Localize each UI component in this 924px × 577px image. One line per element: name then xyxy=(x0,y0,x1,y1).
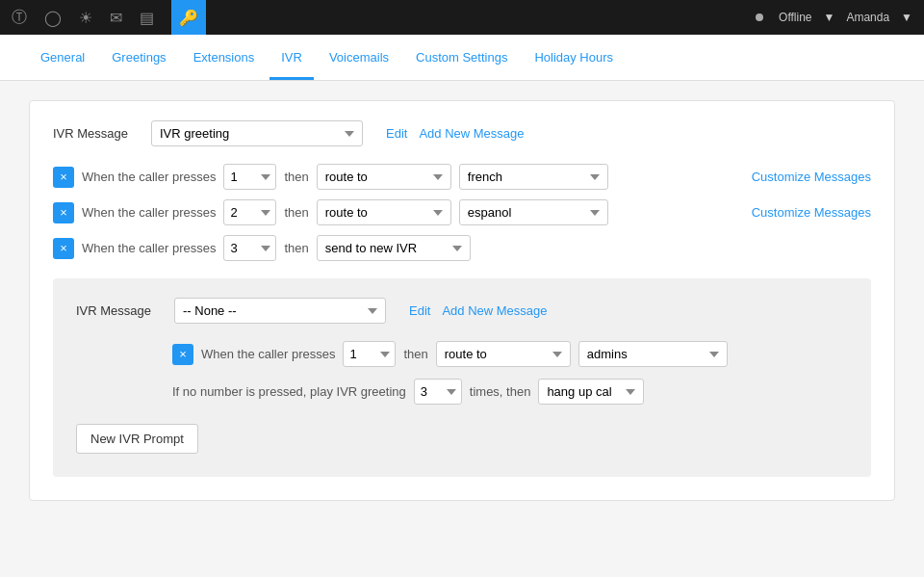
tab-extensions[interactable]: Extensions xyxy=(182,35,267,80)
status-text: Offline xyxy=(779,11,811,24)
main-content: IVR Message IVR greeting Edit Add New Me… xyxy=(0,81,924,520)
times-then-text: times, then xyxy=(470,384,531,399)
customize-link-2[interactable]: Customize Messages xyxy=(752,205,871,220)
user-arrow: ▼ xyxy=(901,11,912,24)
rule-3-prefix: When the caller presses xyxy=(82,241,216,255)
rule-3-number-select[interactable]: 123 xyxy=(223,235,276,261)
ivr-message-label-2: IVR Message xyxy=(76,303,163,318)
rule-row-1: × When the caller presses 12345 67890 th… xyxy=(53,164,871,190)
ivr-card-1: IVR Message IVR greeting Edit Add New Me… xyxy=(29,100,895,501)
clock-icon[interactable]: ◯ xyxy=(44,9,62,27)
nested-rule-1-number-select[interactable]: 123 xyxy=(343,341,396,367)
edit-link-2[interactable]: Edit xyxy=(409,303,430,318)
tab-custom-settings[interactable]: Custom Settings xyxy=(404,35,519,80)
rule-2-dest-select[interactable]: frenchespanoladmins xyxy=(459,199,608,225)
remove-rule-3-button[interactable]: × xyxy=(53,238,74,259)
rule-1-action-select[interactable]: route tosend to new IVRhang up xyxy=(317,164,451,190)
edit-link-1[interactable]: Edit xyxy=(386,126,407,141)
topbar: Ⓣ ◯ ☀ ✉ ▤ 🔑 Offline ▼ Amanda ▼ xyxy=(0,0,924,35)
remove-nested-rule-1-button[interactable]: × xyxy=(172,344,193,365)
rule-row-3: × When the caller presses 123 then route… xyxy=(53,235,871,261)
user-name: Amanda xyxy=(846,11,889,24)
times-select[interactable]: 12345 xyxy=(414,379,462,405)
hangup-select[interactable]: hang up calhang upvoicemail xyxy=(538,379,644,405)
tab-ivr[interactable]: IVR xyxy=(270,35,314,80)
rule-row-2: × When the caller presses 123 then route… xyxy=(53,199,871,225)
tab-voicemails[interactable]: Voicemails xyxy=(318,35,400,80)
status-arrow: ▼ xyxy=(824,11,835,24)
status-dot xyxy=(756,13,763,21)
tabs-bar: General Greetings Extensions IVR Voicema… xyxy=(0,35,924,81)
rule-2-prefix: When the caller presses xyxy=(82,205,216,220)
rule-1-dest-select[interactable]: frenchespanoladmins xyxy=(459,164,608,190)
ivr-message-row-1: IVR Message IVR greeting Edit Add New Me… xyxy=(53,120,871,146)
ivr-message-row-2: IVR Message -- None -- Edit Add New Mess… xyxy=(76,298,848,324)
ivr-message-label-1: IVR Message xyxy=(53,126,140,141)
ivr-greeting-select-1[interactable]: IVR greeting xyxy=(151,120,363,146)
rule-1-number-select[interactable]: 12345 67890 xyxy=(223,164,276,190)
tab-greetings[interactable]: Greetings xyxy=(100,35,177,80)
rule-2-action-select[interactable]: route tosend to new IVR xyxy=(317,199,451,225)
rule-2-number-select[interactable]: 123 xyxy=(223,199,276,225)
nested-rule-1-dest-select[interactable]: admins xyxy=(578,341,728,367)
rule-2-then: then xyxy=(284,205,308,220)
user-icon[interactable]: ☀ xyxy=(79,9,92,27)
rule-1-prefix: When the caller presses xyxy=(82,170,216,184)
nested-rule-1-prefix: When the caller presses xyxy=(201,347,335,361)
bar-chart-icon[interactable]: ▤ xyxy=(140,9,154,27)
at-sign-icon[interactable]: Ⓣ xyxy=(12,8,27,28)
rule-3-then: then xyxy=(284,241,308,255)
key-icon[interactable]: 🔑 xyxy=(171,0,206,35)
tab-holiday-hours[interactable]: Holiday Hours xyxy=(523,35,625,80)
no-press-text: If no number is pressed, play IVR greeti… xyxy=(172,384,406,399)
mail-icon[interactable]: ✉ xyxy=(110,9,122,27)
topbar-right: Offline ▼ Amanda ▼ xyxy=(756,11,912,24)
add-new-link-2[interactable]: Add New Message xyxy=(442,303,547,318)
no-press-row: If no number is pressed, play IVR greeti… xyxy=(172,379,848,405)
rule-1-then: then xyxy=(284,170,308,184)
ivr-greeting-select-2[interactable]: -- None -- xyxy=(174,298,386,324)
tab-general[interactable]: General xyxy=(29,35,96,80)
nested-rule-row-1: × When the caller presses 123 then route… xyxy=(76,341,848,367)
nested-rule-1-then: then xyxy=(403,347,427,361)
add-new-link-1[interactable]: Add New Message xyxy=(419,126,524,141)
nested-ivr-section: IVR Message -- None -- Edit Add New Mess… xyxy=(53,278,871,477)
remove-rule-2-button[interactable]: × xyxy=(53,202,74,223)
rule-3-action-select[interactable]: route tosend to new IVR xyxy=(317,235,471,261)
topbar-left: Ⓣ ◯ ☀ ✉ ▤ 🔑 xyxy=(12,0,206,35)
customize-link-1[interactable]: Customize Messages xyxy=(752,170,871,184)
new-ivr-prompt-button[interactable]: New IVR Prompt xyxy=(76,424,198,454)
nested-rule-1-action-select[interactable]: route tosend to new IVR xyxy=(436,341,571,367)
remove-rule-1-button[interactable]: × xyxy=(53,167,74,188)
